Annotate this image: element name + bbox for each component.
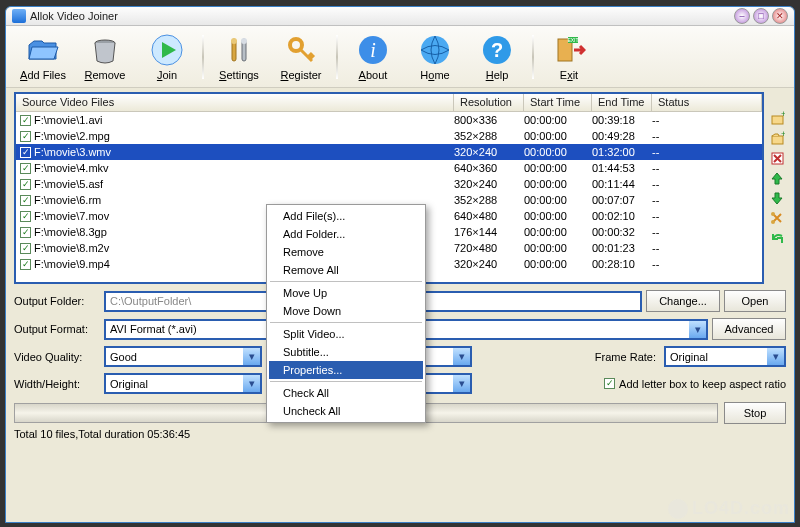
cell-status: -- <box>652 194 762 206</box>
ctx-move-up[interactable]: Move Up <box>269 284 423 302</box>
side-add-folder-icon[interactable]: + <box>769 130 785 146</box>
info-icon: i <box>355 32 391 68</box>
settings-button[interactable]: Settings <box>208 32 270 81</box>
exit-button[interactable]: EXIT Exit <box>538 32 600 81</box>
cell-start: 00:00:00 <box>524 162 592 174</box>
row-checkbox[interactable]: ✓ <box>20 147 31 158</box>
row-checkbox[interactable]: ✓ <box>20 211 31 222</box>
cell-end: 00:02:10 <box>592 210 652 222</box>
minimize-button[interactable]: – <box>734 8 750 24</box>
cell-start: 00:00:00 <box>524 194 592 206</box>
globe-icon <box>417 32 453 68</box>
row-checkbox[interactable]: ✓ <box>20 259 31 270</box>
stop-button[interactable]: Stop <box>724 402 786 424</box>
cell-status: -- <box>652 178 762 190</box>
col-status[interactable]: Status <box>652 94 762 111</box>
svg-text:+: + <box>781 111 785 119</box>
chevron-down-icon: ▾ <box>767 348 784 365</box>
help-button[interactable]: ? Help <box>466 32 528 81</box>
status-text: Total 10 files,Total duration 05:36:45 <box>14 428 786 440</box>
col-start[interactable]: Start Time <box>524 94 592 111</box>
table-row[interactable]: ✓F:\movie\3.wmv320×24000:00:0001:32:00-- <box>16 144 762 160</box>
ctx-subtitle[interactable]: Subtitle... <box>269 343 423 361</box>
file-path: F:\movie\8.m2v <box>34 242 109 254</box>
col-end[interactable]: End Time <box>592 94 652 111</box>
side-move-down-icon[interactable] <box>769 190 785 206</box>
row-checkbox[interactable]: ✓ <box>20 115 31 126</box>
cell-status: -- <box>652 114 762 126</box>
row-checkbox[interactable]: ✓ <box>20 243 31 254</box>
cell-resolution: 640×480 <box>454 210 524 222</box>
row-checkbox[interactable]: ✓ <box>20 163 31 174</box>
ctx-properties[interactable]: Properties... <box>269 361 423 379</box>
table-row[interactable]: ✓F:\movie\5.asf320×24000:00:0000:11:44-- <box>16 176 762 192</box>
ctx-split-video[interactable]: Split Video... <box>269 325 423 343</box>
ctx-check-all[interactable]: Check All <box>269 384 423 402</box>
chevron-down-icon: ▾ <box>689 321 706 338</box>
cell-end: 00:00:32 <box>592 226 652 238</box>
add-files-label: Add Files <box>20 69 66 81</box>
separator <box>336 35 338 79</box>
ctx-remove-all[interactable]: Remove All <box>269 261 423 279</box>
frame-rate-combo[interactable]: Original ▾ <box>664 346 786 367</box>
add-files-button[interactable]: Add Files <box>12 32 74 81</box>
row-checkbox[interactable]: ✓ <box>20 195 31 206</box>
row-checkbox[interactable]: ✓ <box>20 227 31 238</box>
side-delete-icon[interactable] <box>769 150 785 166</box>
svg-point-20 <box>771 212 775 216</box>
about-label: About <box>359 69 388 81</box>
cell-status: -- <box>652 130 762 142</box>
app-window: Allok Video Joiner – □ ✕ Add Files Remov… <box>5 6 795 523</box>
advanced-button[interactable]: Advanced <box>712 318 786 340</box>
titlebar[interactable]: Allok Video Joiner – □ ✕ <box>6 7 794 26</box>
file-path: F:\movie\7.mov <box>34 210 109 222</box>
chevron-down-icon: ▾ <box>453 375 470 392</box>
ctx-uncheck-all[interactable]: Uncheck All <box>269 402 423 420</box>
ctx-remove[interactable]: Remove <box>269 243 423 261</box>
row-checkbox[interactable]: ✓ <box>20 179 31 190</box>
svg-point-5 <box>241 38 247 44</box>
remove-button[interactable]: Remove <box>74 32 136 81</box>
ctx-move-down[interactable]: Move Down <box>269 302 423 320</box>
video-quality-combo[interactable]: Good ▾ <box>104 346 262 367</box>
cell-status: -- <box>652 226 762 238</box>
side-refresh-icon[interactable] <box>769 230 785 246</box>
window-title: Allok Video Joiner <box>30 10 734 22</box>
open-button[interactable]: Open <box>724 290 786 312</box>
side-split-icon[interactable] <box>769 210 785 226</box>
svg-text:EXIT: EXIT <box>567 37 578 43</box>
col-source[interactable]: Source Video Files <box>16 94 454 111</box>
about-button[interactable]: i About <box>342 32 404 81</box>
svg-text:?: ? <box>491 39 503 61</box>
ctx-add-files[interactable]: Add File(s)... <box>269 207 423 225</box>
row-checkbox[interactable]: ✓ <box>20 131 31 142</box>
cell-resolution: 640×360 <box>454 162 524 174</box>
table-row[interactable]: ✓F:\movie\4.mkv640×36000:00:0001:44:53-- <box>16 160 762 176</box>
letterbox-checkbox[interactable]: ✓ Add letter box to keep aspect ratio <box>604 378 786 390</box>
close-button[interactable]: ✕ <box>772 8 788 24</box>
cell-resolution: 320×240 <box>454 178 524 190</box>
table-row[interactable]: ✓F:\movie\2.mpg352×28800:00:0000:49:28-- <box>16 128 762 144</box>
register-button[interactable]: Register <box>270 32 332 81</box>
maximize-button[interactable]: □ <box>753 8 769 24</box>
cell-end: 00:01:23 <box>592 242 652 254</box>
change-button[interactable]: Change... <box>646 290 720 312</box>
side-move-up-icon[interactable] <box>769 170 785 186</box>
home-button[interactable]: Home <box>404 32 466 81</box>
register-label: Register <box>281 69 322 81</box>
cell-start: 00:00:00 <box>524 146 592 158</box>
file-path: F:\movie\3.wmv <box>34 146 111 158</box>
toolbar: Add Files Remove Join Settings Register <box>6 26 794 88</box>
cell-resolution: 352×288 <box>454 130 524 142</box>
width-height-combo[interactable]: Original ▾ <box>104 373 262 394</box>
side-add-icon[interactable]: + <box>769 110 785 126</box>
col-resolution[interactable]: Resolution <box>454 94 524 111</box>
cell-start: 00:00:00 <box>524 258 592 270</box>
table-row[interactable]: ✓F:\movie\1.avi800×33600:00:0000:39:18-- <box>16 112 762 128</box>
join-button[interactable]: Join <box>136 32 198 81</box>
svg-text:+: + <box>781 131 785 139</box>
file-path: F:\movie\2.mpg <box>34 130 110 142</box>
chevron-down-icon: ▾ <box>243 348 260 365</box>
file-path: F:\movie\6.rm <box>34 194 101 206</box>
ctx-add-folder[interactable]: Add Folder... <box>269 225 423 243</box>
